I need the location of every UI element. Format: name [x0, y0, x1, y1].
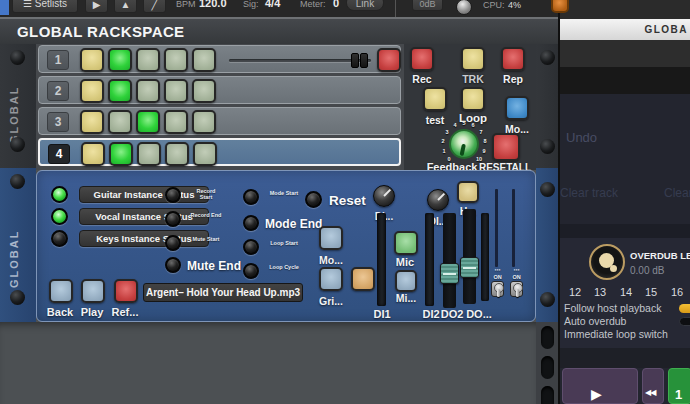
- pad-button[interactable]: [108, 79, 132, 103]
- play-transport-icon: ▶: [591, 386, 602, 402]
- screw-icon: [10, 50, 25, 65]
- bg-window-topstrip: [560, 0, 690, 19]
- orange-button[interactable]: [351, 267, 375, 291]
- toggle-switch[interactable]: [491, 281, 504, 297]
- metronome-button[interactable]: ╱: [143, 0, 166, 13]
- orange-badge-icon: [551, 0, 569, 13]
- opt-follow-toggle[interactable]: [679, 304, 690, 313]
- mo-panel-button[interactable]: [319, 226, 343, 250]
- mo-button[interactable]: [505, 96, 529, 120]
- overdub-level-knob[interactable]: [589, 244, 625, 280]
- screw-slot-icon: [541, 356, 554, 379]
- setlists-button[interactable]: ☰ Setlists: [12, 0, 78, 13]
- bg-strip-2: [560, 67, 690, 94]
- current-file-label: Argent– Hold Your Head Up.mp3: [143, 283, 303, 302]
- resetall-button[interactable]: [492, 133, 520, 161]
- mic-label: Mic: [388, 256, 422, 268]
- rec-button[interactable]: [410, 47, 434, 71]
- row-slider-track[interactable]: [229, 59, 371, 62]
- h-button[interactable]: [457, 181, 479, 203]
- row-number: 3: [47, 112, 69, 132]
- pad-button[interactable]: [108, 48, 132, 72]
- aux-slider-track[interactable]: [512, 189, 515, 267]
- pad-button[interactable]: [136, 110, 160, 134]
- do2-fader-track[interactable]: [443, 213, 456, 308]
- aux-meter: [481, 213, 489, 301]
- pad-button[interactable]: [192, 79, 216, 103]
- rack-row-1[interactable]: 1: [38, 45, 401, 73]
- play-button[interactable]: ▶: [85, 0, 108, 13]
- screw-slot-icon: [541, 386, 554, 404]
- top-toolbar: ☰ Setlists ▶ ▲ ╱ BPM 120.0 Sig: 4/4 Mete…: [0, 0, 558, 17]
- row-slider-handle[interactable]: [360, 53, 368, 68]
- pad-button[interactable]: [193, 142, 217, 166]
- pad-button[interactable]: [192, 110, 216, 134]
- mi-button[interactable]: [395, 270, 417, 292]
- play-track-button[interactable]: [81, 279, 105, 303]
- pad-button[interactable]: [165, 142, 189, 166]
- bg-window-titlebar[interactable]: GLOBA: [560, 19, 690, 40]
- rep-button[interactable]: [501, 47, 525, 71]
- mic-button[interactable]: [394, 231, 418, 255]
- test-button[interactable]: [423, 87, 447, 111]
- loop-cycle-label: Loop Cycle: [268, 264, 300, 270]
- trk-button[interactable]: [461, 47, 485, 71]
- screw-icon: [540, 292, 555, 307]
- transport-rewind-panel[interactable]: ◀◀: [642, 368, 664, 404]
- di1-knob[interactable]: [373, 185, 395, 207]
- rack-row-4[interactable]: 4: [38, 138, 401, 166]
- pad-button[interactable]: [164, 110, 188, 134]
- opt-auto-toggle[interactable]: [679, 317, 690, 326]
- clear-button[interactable]: Clear: [664, 186, 690, 200]
- clear-track-button[interactable]: Clear track: [560, 186, 618, 200]
- meter-value[interactable]: 0: [333, 0, 339, 9]
- loop-button[interactable]: [461, 87, 485, 111]
- reset-led: [305, 191, 322, 208]
- rail-label: GLOBAL: [8, 68, 20, 144]
- sig-value[interactable]: 4/4: [265, 0, 280, 9]
- aux-slider-track[interactable]: [495, 189, 498, 267]
- pad-button[interactable]: [80, 110, 104, 134]
- transport-play-panel[interactable]: ▶: [562, 368, 638, 404]
- pad-button[interactable]: [164, 48, 188, 72]
- rack-row-2[interactable]: 2: [38, 76, 401, 104]
- knob-tick: 9: [482, 148, 485, 154]
- pad-button[interactable]: [80, 79, 104, 103]
- do3-fader-handle[interactable]: [460, 257, 479, 278]
- pad-button[interactable]: [109, 142, 133, 166]
- row-slider-handle[interactable]: [351, 53, 359, 68]
- toggle-switch[interactable]: [510, 281, 523, 297]
- screw-icon: [540, 182, 555, 197]
- pad-button[interactable]: [81, 142, 105, 166]
- sig-label: Sig:: [243, 0, 259, 9]
- ref-button[interactable]: [114, 279, 138, 303]
- mo-panel-label: Mo...: [313, 254, 349, 266]
- do2-fader-handle[interactable]: [440, 263, 459, 284]
- tuner-button[interactable]: ▲: [114, 0, 137, 13]
- pad-button[interactable]: [80, 48, 104, 72]
- setlists-icon: ☰: [23, 0, 35, 9]
- bpm-value[interactable]: 120.0: [199, 0, 227, 9]
- back-button[interactable]: [49, 279, 73, 303]
- link-button[interactable]: Link: [346, 0, 384, 11]
- beat-number: 13: [594, 286, 606, 298]
- pad-button[interactable]: [108, 110, 132, 134]
- beat-number: 14: [620, 286, 632, 298]
- gri-button[interactable]: [319, 267, 343, 291]
- pad-button[interactable]: [136, 79, 160, 103]
- row-stop-button[interactable]: [377, 48, 401, 72]
- transport-loop-panel[interactable]: 1: [668, 368, 690, 404]
- master-gain-knob[interactable]: [456, 0, 472, 15]
- pad-button[interactable]: [136, 48, 160, 72]
- opt-follow-label: Follow host playback: [564, 302, 661, 314]
- undo-button[interactable]: Undo: [566, 130, 597, 145]
- toggle-on-label: ON: [489, 274, 506, 280]
- feedback-knob-dial[interactable]: [449, 129, 479, 159]
- rep-label: Rep: [493, 73, 533, 85]
- di2-knob[interactable]: [427, 189, 449, 211]
- pad-button[interactable]: [164, 79, 188, 103]
- rack-row-3[interactable]: 3: [38, 107, 401, 135]
- keys-status-led: [51, 230, 68, 247]
- pad-button[interactable]: [192, 48, 216, 72]
- pad-button[interactable]: [137, 142, 161, 166]
